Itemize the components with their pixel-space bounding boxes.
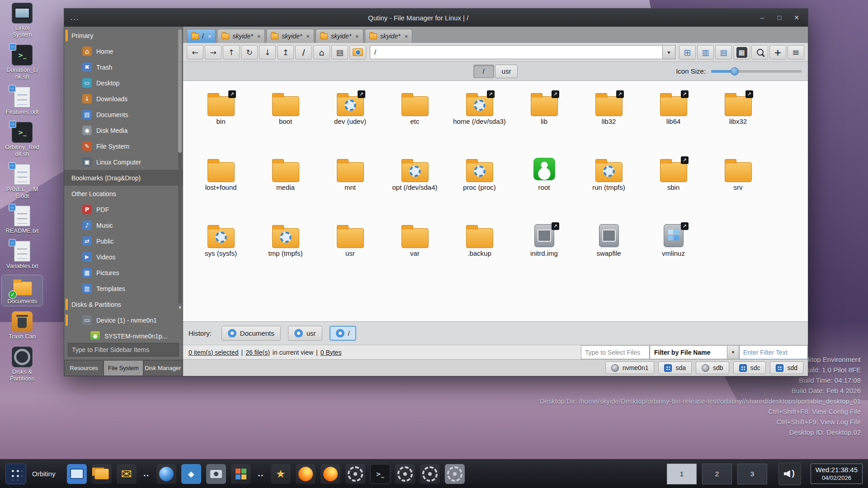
scroll-down-arrow-icon[interactable] <box>177 303 183 311</box>
desktop-icon-orbitiny-reddit-sh[interactable]: Orbitiny_Reddit.sh <box>2 121 42 159</box>
screenshot-taskbar-icon[interactable] <box>206 464 226 484</box>
workspace-2-button[interactable]: 2 <box>702 464 732 484</box>
files-taskbar-icon[interactable] <box>92 464 112 484</box>
history-usr-button[interactable]: usr <box>288 326 322 341</box>
overflow-taskbar-icon[interactable]: .. <box>142 464 151 484</box>
tab-[interactable]: / × <box>187 29 216 43</box>
gear-taskbar-icon[interactable] <box>345 464 365 484</box>
sidebar-row-public[interactable]: Public <box>64 233 183 249</box>
file-vmlinuz[interactable]: vmlinuz <box>641 219 706 285</box>
menu-button[interactable] <box>788 45 804 60</box>
search-button[interactable] <box>751 45 768 60</box>
up-button[interactable] <box>223 45 240 60</box>
file-lib32[interactable]: lib32 <box>576 87 641 153</box>
device-nvme0n1-button[interactable]: nvme0n1 <box>605 361 655 374</box>
select-files-input[interactable] <box>581 345 650 359</box>
tab-close-icon[interactable]: × <box>306 33 310 40</box>
sidebar-row-videos[interactable]: Videos <box>64 249 183 265</box>
sidebar-row-pdf[interactable]: PDF <box>64 202 183 217</box>
file-proc-proc[interactable]: proc (proc) <box>447 153 512 219</box>
workspace-1-button[interactable]: 1 <box>667 464 697 484</box>
device-sda-button[interactable]: sda <box>658 361 692 374</box>
desktop-icon-panel-me-odt[interactable]: PANEL_...ME.odt <box>2 163 42 201</box>
sidebar-tab-file-system[interactable]: File System <box>104 360 143 376</box>
file-sbin[interactable]: sbin <box>641 153 706 219</box>
address-dropdown-button[interactable] <box>662 46 675 59</box>
sidebar-row-trash[interactable]: Trash <box>64 59 183 75</box>
home-button[interactable] <box>313 45 330 60</box>
file-opt-dev-sda4[interactable]: opt (/dev/sda4) <box>382 153 447 219</box>
file-media[interactable]: media <box>253 153 318 219</box>
sidebar-row-primary[interactable]: Primary <box>64 28 183 43</box>
file-srv[interactable]: srv <box>706 153 770 219</box>
sidebar-tab-resources[interactable]: Resources <box>64 360 104 376</box>
star-taskbar-icon[interactable] <box>271 464 291 484</box>
desktop-icon-readme-txt[interactable]: README.txt <box>2 205 42 235</box>
file-bin[interactable]: bin <box>189 87 253 153</box>
sidebar-row-music[interactable]: Music <box>64 217 183 233</box>
sidebar-row-other-locations[interactable]: Other Locations <box>64 186 183 202</box>
sidebar-row-desktop[interactable]: Desktop <box>64 75 183 91</box>
sidebar-row-home[interactable]: Home <box>64 43 183 59</box>
tab-close-icon[interactable]: × <box>208 33 212 40</box>
sidebar-row-disk-media[interactable]: Disk Media <box>64 122 183 138</box>
sidebar-row-file-system[interactable]: File System <box>64 138 183 154</box>
close-button[interactable]: ✕ <box>789 12 804 23</box>
back-button[interactable] <box>187 45 203 60</box>
slider-thumb[interactable] <box>731 67 739 75</box>
desktop-icon-variables-txt[interactable]: Variables.txt <box>2 240 42 271</box>
history-documents-button[interactable]: Documents <box>222 326 281 341</box>
globe-taskbar-icon[interactable] <box>156 464 176 484</box>
sidebar-row-linux-computer[interactable]: Linux Computer <box>64 154 183 170</box>
mail-taskbar-icon[interactable] <box>117 464 137 484</box>
file-sys-sysfs[interactable]: sys (sysfs) <box>189 219 253 285</box>
file-dev-udev[interactable]: dev (udev) <box>318 87 382 153</box>
sidebar-row-downloads[interactable]: Downloads <box>64 91 183 107</box>
tab-skyide[interactable]: skyide* × <box>365 29 413 43</box>
image-preview-button[interactable] <box>733 45 750 60</box>
firefox-taskbar-icon[interactable] <box>321 464 340 484</box>
add-tab-button[interactable] <box>769 45 786 60</box>
sidebar-row-device-1-nvme0n1[interactable]: Device (1) - nvme0n1 <box>64 312 183 328</box>
gear-taskbar-icon[interactable] <box>420 464 440 484</box>
scrollbar-thumb[interactable] <box>178 29 182 153</box>
icon-size-slider[interactable] <box>711 70 802 73</box>
address-bar[interactable]: / <box>370 45 675 59</box>
device-sdc-button[interactable]: sdc <box>733 361 766 374</box>
overflow-taskbar-icon[interactable]: .. <box>256 464 266 484</box>
filter-text-input[interactable] <box>739 345 808 359</box>
clock[interactable]: Wed:21:38:45 04/02/2026 <box>811 464 863 484</box>
sidebar-scrollbar[interactable] <box>178 29 182 304</box>
reload-button[interactable] <box>241 45 258 60</box>
file-tmp-tmpfs[interactable]: tmp (tmpfs) <box>253 219 318 285</box>
sidebar-filter-input[interactable] <box>68 343 179 357</box>
file-boot[interactable]: boot <box>253 87 318 153</box>
sidebar-row-documents[interactable]: Documents <box>64 107 183 122</box>
column-view-button[interactable] <box>697 45 714 60</box>
workspace-3-button[interactable]: 3 <box>737 464 767 484</box>
window-menu-button[interactable]: ... <box>68 14 82 22</box>
desktop-icon-features-odt[interactable]: Features.odt <box>2 86 42 117</box>
gear-taskbar-icon[interactable] <box>445 464 465 484</box>
terminal-taskbar-icon[interactable] <box>370 464 390 484</box>
tab-close-icon[interactable]: × <box>355 33 359 40</box>
breadcrumb-usr[interactable]: usr <box>495 65 518 78</box>
down-button[interactable] <box>259 45 276 60</box>
filter-mode-select[interactable]: Filter by File Name <box>650 345 739 359</box>
file-libx32[interactable]: libx32 <box>706 87 770 153</box>
file-lib[interactable]: lib <box>512 87 576 153</box>
file-home-dev-sda3[interactable]: home (/dev/sda3) <box>447 87 512 153</box>
folder-special-button[interactable] <box>349 45 366 60</box>
app-launcher-button[interactable] <box>5 464 26 484</box>
display-taskbar-icon[interactable] <box>67 464 87 484</box>
grid-view-button[interactable] <box>679 45 696 60</box>
file-var[interactable]: var <box>382 219 447 285</box>
file-backup[interactable]: .backup <box>447 219 512 285</box>
sidebar-row-disks-partitions[interactable]: Disks & Partitions <box>64 296 183 312</box>
sidebar-row-pictures[interactable]: Pictures <box>64 265 183 281</box>
device-sdd-button[interactable]: sdd <box>770 361 803 374</box>
file-usr[interactable]: usr <box>318 219 382 285</box>
file-initrd-img[interactable]: initrd.img <box>512 219 576 285</box>
file-etc[interactable]: etc <box>382 87 447 153</box>
bluapp-taskbar-icon[interactable] <box>181 464 201 484</box>
